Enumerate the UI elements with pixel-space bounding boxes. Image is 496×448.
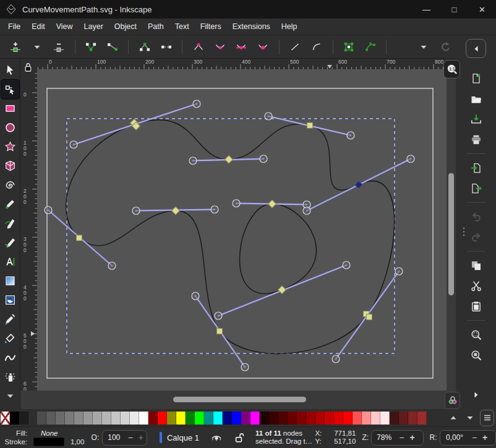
layer-lock-button[interactable] bbox=[234, 432, 245, 443]
print-document-button[interactable] bbox=[466, 130, 487, 149]
lock-guides-icon[interactable] bbox=[22, 61, 34, 73]
menu-filters[interactable]: Filters bbox=[195, 20, 227, 33]
palette-swatch[interactable] bbox=[223, 412, 232, 425]
palette-swatch[interactable] bbox=[186, 412, 195, 425]
palette-swatch[interactable] bbox=[362, 412, 371, 425]
control-handle[interactable] bbox=[241, 363, 249, 371]
zoom-decrease-button[interactable]: − bbox=[396, 433, 407, 442]
control-handle[interactable] bbox=[70, 141, 77, 148]
delete-node-button[interactable] bbox=[50, 38, 68, 56]
tool-selector[interactable] bbox=[1, 61, 19, 80]
zoom-to-selection-button[interactable] bbox=[466, 325, 487, 344]
palette-swatch[interactable] bbox=[167, 412, 176, 425]
palette-swatch[interactable] bbox=[269, 412, 278, 425]
tool-node-editor[interactable] bbox=[1, 80, 19, 99]
palette-swatch[interactable] bbox=[408, 412, 417, 425]
control-handle[interactable] bbox=[132, 207, 140, 214]
palette-swatch[interactable] bbox=[417, 412, 427, 425]
menu-text[interactable]: Text bbox=[169, 20, 195, 33]
vertical-ruler[interactable]: 0100200300400500600 bbox=[20, 69, 37, 391]
horizontal-scrollbar-thumb[interactable] bbox=[173, 397, 306, 402]
save-document-button[interactable] bbox=[466, 109, 487, 129]
control-handle[interactable] bbox=[189, 157, 197, 164]
menu-extensions[interactable]: Extensions bbox=[227, 20, 276, 33]
undo-button[interactable] bbox=[466, 207, 487, 226]
next-path-effect-parameter-button[interactable] bbox=[436, 38, 454, 56]
layer-visibility-button[interactable] bbox=[211, 432, 222, 443]
path-node-square[interactable] bbox=[307, 122, 312, 128]
palette-scroll-down-button[interactable] bbox=[461, 410, 478, 425]
menu-layer[interactable]: Layer bbox=[79, 20, 109, 33]
palette-swatch[interactable] bbox=[93, 412, 102, 425]
palette-swatch[interactable] bbox=[46, 412, 56, 425]
new-document-button[interactable] bbox=[466, 69, 487, 88]
control-handle[interactable] bbox=[395, 268, 403, 275]
opacity-increase-button[interactable]: + bbox=[135, 433, 146, 442]
palette-swatch[interactable] bbox=[19, 412, 28, 425]
palette-swatch[interactable] bbox=[195, 412, 204, 425]
palette-swatch[interactable] bbox=[380, 412, 390, 425]
make-symmetric-button[interactable] bbox=[233, 38, 250, 56]
horizontal-ruler[interactable]: 0100200300400500600700800 bbox=[37, 59, 447, 69]
path-node-square[interactable] bbox=[366, 314, 372, 319]
zoom-to-drawing-button[interactable] bbox=[466, 345, 487, 365]
palette-swatch[interactable] bbox=[250, 412, 260, 425]
palette-swatch[interactable] bbox=[315, 412, 325, 425]
export-image-button[interactable] bbox=[466, 179, 487, 198]
zoom-increase-button[interactable]: + bbox=[407, 433, 417, 442]
palette-menu-button[interactable] bbox=[480, 410, 494, 426]
palette-swatch[interactable] bbox=[65, 412, 74, 425]
stroke-color-swatch[interactable] bbox=[33, 437, 64, 446]
make-line-button[interactable] bbox=[286, 38, 304, 56]
control-handle[interactable] bbox=[343, 261, 350, 269]
make-auto-smooth-button[interactable] bbox=[254, 38, 272, 56]
palette-swatch[interactable] bbox=[343, 412, 353, 425]
palette-swatch[interactable] bbox=[102, 412, 111, 425]
panel-grip-icon[interactable] bbox=[458, 226, 469, 237]
import-image-button[interactable] bbox=[466, 158, 487, 177]
menu-file[interactable]: File bbox=[2, 20, 26, 33]
insert-node-button[interactable] bbox=[7, 38, 25, 56]
tool-pencil[interactable] bbox=[1, 195, 19, 214]
control-handle[interactable] bbox=[332, 355, 340, 363]
tool-paint-bucket[interactable] bbox=[1, 329, 19, 348]
break-nodes-button[interactable] bbox=[135, 38, 153, 56]
tool-ellipse[interactable] bbox=[1, 118, 19, 137]
palette-swatch[interactable] bbox=[10, 412, 19, 425]
control-handle[interactable] bbox=[211, 206, 218, 213]
palette-swatch[interactable] bbox=[260, 412, 269, 425]
cut-button[interactable] bbox=[466, 276, 487, 295]
open-document-button[interactable] bbox=[466, 89, 487, 108]
control-handle[interactable] bbox=[45, 206, 52, 214]
opacity-decrease-button[interactable]: − bbox=[125, 433, 135, 442]
rotation-spinbox[interactable]: 0,00° − + bbox=[440, 430, 496, 446]
tool-bezier-pen[interactable] bbox=[1, 214, 19, 233]
menu-help[interactable]: Help bbox=[276, 20, 303, 33]
palette-swatch[interactable] bbox=[139, 412, 148, 425]
palette-swatch[interactable] bbox=[176, 412, 186, 425]
join-with-segment-button[interactable] bbox=[104, 38, 122, 56]
layer-indicator[interactable]: Calque 1 bbox=[160, 432, 199, 443]
collapse-commands-bar-button[interactable] bbox=[466, 39, 486, 58]
palette-swatch[interactable] bbox=[288, 412, 297, 425]
tool-star[interactable] bbox=[1, 137, 19, 156]
tool-text[interactable] bbox=[1, 252, 19, 271]
canvas-drawing[interactable] bbox=[37, 69, 447, 391]
paste-button[interactable] bbox=[466, 297, 487, 316]
zoom-spinbox[interactable]: 78% − + bbox=[371, 430, 424, 446]
palette-swatch[interactable] bbox=[334, 412, 343, 425]
menu-path[interactable]: Path bbox=[142, 20, 169, 33]
palette-swatch[interactable] bbox=[130, 412, 139, 425]
palette-swatch[interactable] bbox=[37, 412, 46, 425]
palette-swatch[interactable] bbox=[158, 412, 167, 425]
control-handle[interactable] bbox=[215, 312, 222, 319]
control-handle[interactable] bbox=[407, 155, 414, 163]
palette-swatch[interactable] bbox=[390, 412, 399, 425]
palette-scroll-up-button[interactable] bbox=[445, 410, 461, 425]
palette-swatch[interactable] bbox=[83, 412, 93, 425]
tool-box-3d[interactable] bbox=[1, 156, 19, 175]
opacity-value[interactable]: 100 bbox=[103, 433, 125, 442]
tool-spiral[interactable] bbox=[1, 175, 19, 195]
tool-spray[interactable] bbox=[1, 367, 19, 386]
palette-swatch[interactable] bbox=[111, 412, 121, 425]
